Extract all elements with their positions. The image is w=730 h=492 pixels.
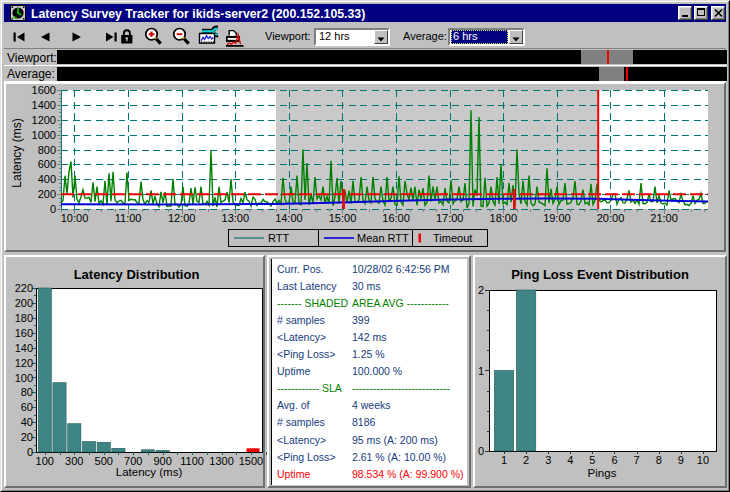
svg-text:60: 60 — [21, 401, 33, 413]
svg-text:3: 3 — [545, 454, 551, 466]
svg-text:19:00: 19:00 — [543, 212, 571, 224]
svg-text:300: 300 — [65, 455, 83, 467]
svg-text:13:00: 13:00 — [222, 212, 250, 224]
svg-text:17:00: 17:00 — [436, 212, 464, 224]
svg-text:2: 2 — [478, 284, 484, 296]
svg-text:8: 8 — [656, 454, 662, 466]
svg-text:1100: 1100 — [180, 455, 204, 467]
svg-text:21:00: 21:00 — [650, 212, 678, 224]
svg-text:Pings: Pings — [588, 467, 617, 479]
svg-text:Latency (ms): Latency (ms) — [116, 466, 183, 478]
svg-text:800: 800 — [38, 144, 56, 156]
svg-text:0: 0 — [50, 203, 56, 215]
svg-text:9: 9 — [678, 454, 684, 466]
svg-text:2: 2 — [523, 454, 529, 466]
svg-text:11:00: 11:00 — [115, 212, 142, 224]
svg-text:0: 0 — [478, 445, 484, 457]
svg-text:10: 10 — [697, 454, 709, 466]
svg-text:1200: 1200 — [32, 114, 56, 126]
svg-text:12:00: 12:00 — [168, 212, 196, 224]
svg-text:200: 200 — [38, 188, 56, 200]
svg-text:500: 500 — [95, 455, 113, 467]
svg-text:20:00: 20:00 — [597, 212, 625, 224]
svg-text:7: 7 — [634, 454, 640, 466]
svg-text:10:00: 10:00 — [61, 212, 89, 224]
svg-text:Mean RTT: Mean RTT — [357, 232, 409, 244]
svg-text:6: 6 — [611, 454, 617, 466]
svg-text:120: 120 — [15, 357, 33, 369]
svg-text:40: 40 — [21, 416, 33, 428]
svg-text:14:00: 14:00 — [275, 212, 303, 224]
svg-text:1300: 1300 — [209, 455, 233, 467]
svg-text:15:00: 15:00 — [329, 212, 357, 224]
svg-text:20: 20 — [21, 431, 33, 443]
svg-text:1000: 1000 — [32, 129, 56, 141]
svg-text:100: 100 — [36, 455, 54, 467]
svg-text:180: 180 — [15, 312, 33, 324]
svg-text:16:00: 16:00 — [382, 212, 410, 224]
svg-text:1500: 1500 — [239, 455, 263, 467]
svg-text:220: 220 — [15, 282, 33, 294]
svg-text:160: 160 — [15, 327, 33, 339]
svg-text:80: 80 — [21, 386, 33, 398]
svg-text:1: 1 — [478, 365, 484, 377]
svg-text:1: 1 — [501, 454, 507, 466]
svg-text:1600: 1600 — [32, 84, 56, 96]
svg-text:18:00: 18:00 — [490, 212, 518, 224]
svg-text:140: 140 — [15, 342, 33, 354]
svg-text:200: 200 — [15, 297, 33, 309]
svg-text:400: 400 — [38, 173, 56, 185]
svg-text:0: 0 — [27, 446, 33, 458]
svg-text:4: 4 — [567, 454, 573, 466]
svg-text:600: 600 — [38, 158, 56, 170]
svg-text:RTT: RTT — [268, 232, 289, 244]
svg-text:5: 5 — [589, 454, 595, 466]
svg-text:100: 100 — [15, 372, 33, 384]
svg-text:1400: 1400 — [32, 99, 56, 111]
svg-text:Timeout: Timeout — [433, 232, 472, 244]
